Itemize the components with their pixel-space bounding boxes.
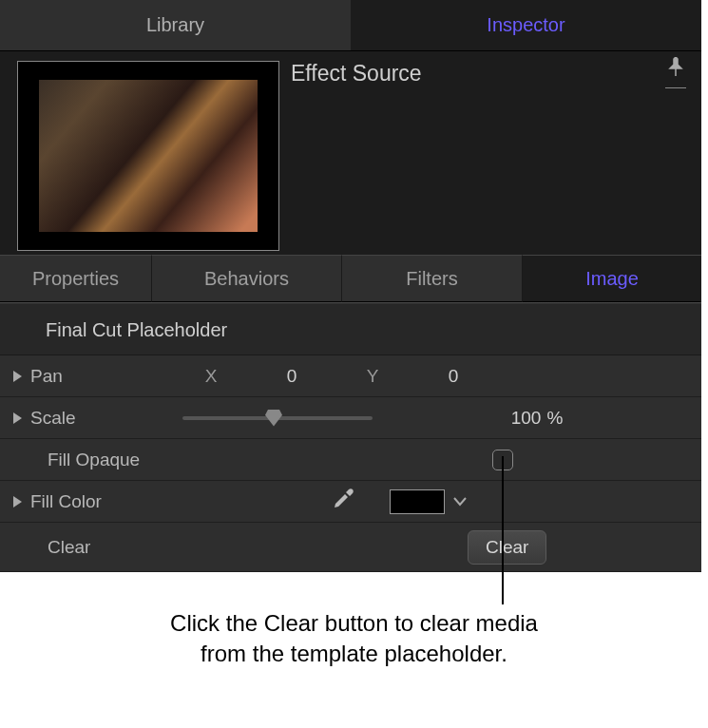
eyedropper-icon[interactable] (331, 487, 355, 516)
scale-value[interactable]: 100 (511, 408, 542, 429)
sub-tab-bar: Properties Behaviors Filters Image (0, 255, 701, 302)
pin-icon[interactable] (665, 57, 686, 88)
preview-image (39, 80, 258, 232)
pan-x-value[interactable]: 0 (239, 366, 344, 387)
disclosure-triangle-icon[interactable] (0, 495, 27, 508)
tab-filters[interactable]: Filters (342, 255, 523, 302)
callout-text: Click the Clear button to clear media fr… (164, 608, 545, 670)
top-tab-bar: Library Inspector (0, 0, 701, 51)
param-label-pan: Pan (27, 366, 182, 387)
preview-thumbnail[interactable] (17, 61, 279, 251)
header-section: Effect Source (0, 51, 701, 255)
param-label-scale: Scale (27, 408, 182, 429)
pan-x-label: X (182, 366, 239, 387)
scale-slider[interactable] (182, 416, 373, 420)
scale-unit: % (546, 408, 563, 429)
chevron-down-icon[interactable] (452, 491, 468, 512)
disclosure-triangle-icon[interactable] (0, 370, 27, 383)
param-row-fill-color: Fill Color (0, 481, 701, 523)
callout-leader-line (502, 456, 504, 604)
param-label-fill-color: Fill Color (27, 491, 182, 512)
tab-properties[interactable]: Properties (0, 255, 152, 302)
param-label-clear: Clear (27, 537, 182, 558)
disclosure-triangle-icon[interactable] (0, 412, 27, 425)
param-row-scale: Scale 100 % (0, 397, 701, 439)
slider-thumb-icon[interactable] (265, 410, 282, 427)
param-row-clear: Clear Clear (0, 523, 701, 572)
param-row-pan: Pan X 0 Y 0 (0, 355, 701, 397)
param-label-fill-opaque: Fill Opaque (27, 450, 182, 470)
pan-y-label: Y (344, 366, 401, 387)
section-title: Final Cut Placeholder (0, 304, 701, 355)
clear-button[interactable]: Clear (468, 530, 546, 565)
param-row-fill-opaque: Fill Opaque (0, 439, 701, 481)
pan-y-value[interactable]: 0 (401, 366, 506, 387)
tab-behaviors[interactable]: Behaviors (152, 255, 342, 302)
tab-inspector[interactable]: Inspector (351, 0, 701, 51)
color-swatch[interactable] (390, 489, 445, 514)
tab-image[interactable]: Image (523, 255, 701, 302)
parameter-list: Final Cut Placeholder Pan X 0 Y 0 Scale (0, 304, 701, 572)
callout-annotation: Click the Clear button to clear media fr… (0, 572, 708, 670)
effect-title: Effect Source (279, 61, 422, 245)
tab-library[interactable]: Library (0, 0, 351, 51)
